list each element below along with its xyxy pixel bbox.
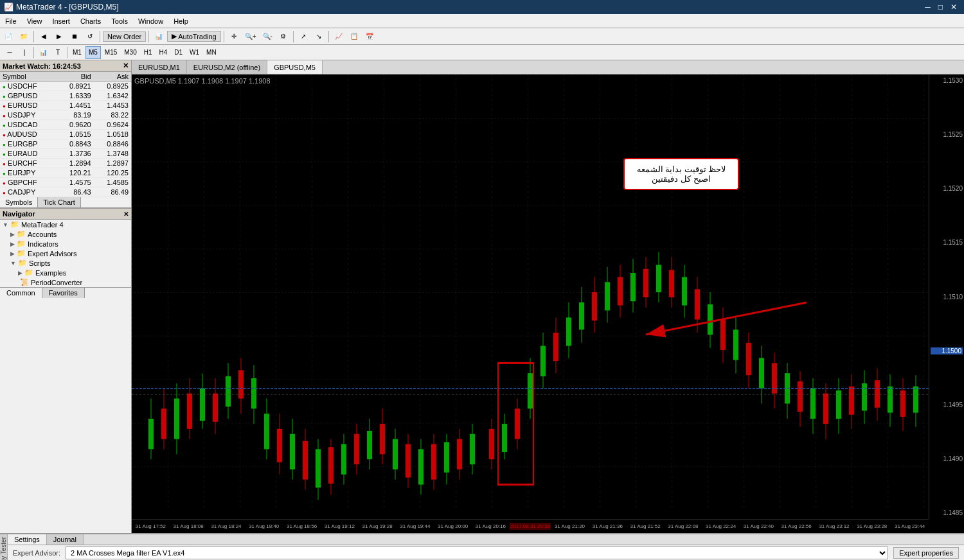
market-watch-table: Symbol Bid Ask ● USDCHF0.89210.8925● GBP… <box>0 72 131 197</box>
market-watch-row[interactable]: ● GBPCHF1.45751.4585 <box>0 178 131 188</box>
svg-rect-37 <box>367 431 372 459</box>
period-H4[interactable]: H4 <box>156 46 171 59</box>
chart-tab-eurusd-m2[interactable]: EURUSD,M2 (offline) <box>187 60 267 74</box>
svg-rect-111 <box>849 387 854 415</box>
properties-button[interactable]: ⚙ <box>276 30 290 44</box>
market-watch-row[interactable]: ● EURJPY120.21120.25 <box>0 168 131 178</box>
svg-rect-115 <box>875 380 880 408</box>
menu-insert[interactable]: Insert <box>47 14 75 28</box>
svg-rect-93 <box>733 329 738 360</box>
market-watch-row[interactable]: ● CADJPY86.4386.49 <box>0 188 131 197</box>
svg-rect-103 <box>798 381 803 412</box>
new-chart-button[interactable]: 📄 <box>1 30 15 44</box>
period-M15[interactable]: M15 <box>102 46 120 59</box>
menu-view[interactable]: View <box>22 14 48 28</box>
period-bar-button2[interactable]: T <box>51 46 65 60</box>
market-watch-row[interactable]: ● EURUSD1.44511.4453 <box>0 101 131 110</box>
back-button[interactable]: ◀ <box>37 30 51 44</box>
menu-file[interactable]: File <box>0 14 22 28</box>
minimize-button[interactable]: ─ <box>922 1 934 13</box>
menu-window[interactable]: Window <box>133 14 168 28</box>
x-label-15: 31 Aug 22:08 <box>664 523 702 529</box>
mw-bid: 1.0515 <box>56 130 93 139</box>
x-label-17: 31 Aug 22:40 <box>740 523 778 529</box>
market-watch-row[interactable]: ● GBPUSD1.63391.6342 <box>0 91 131 101</box>
stop-button[interactable]: ⏹ <box>67 30 82 44</box>
open-button[interactable]: 📁 <box>17 30 31 44</box>
period-line-button[interactable]: ─ <box>3 46 17 60</box>
mw-ask: 0.9624 <box>94 120 131 130</box>
refresh-button[interactable]: ↺ <box>83 30 97 44</box>
nav-tree-item[interactable]: ▼ 📁 MetaTrader 4 <box>0 220 131 229</box>
mw-symbol: ● GBPUSD <box>0 91 56 101</box>
period-icon-button[interactable]: 📊 <box>36 46 50 60</box>
period-M1[interactable]: M1 <box>69 46 85 59</box>
period-sep-button[interactable]: 📅 <box>362 30 377 44</box>
market-watch-row[interactable]: ● EURCHF1.28941.2897 <box>0 159 131 168</box>
chart-tab-gbpusd-m5[interactable]: GBPUSD,M5 <box>267 60 323 74</box>
autotrading-button[interactable]: ▶AutoTrading <box>167 31 221 42</box>
chart-wizard-button[interactable]: 📊 <box>152 30 166 44</box>
period-MN[interactable]: MN <box>203 46 220 59</box>
nav-tree-item[interactable]: ▶ 📁 Indicators <box>0 239 131 249</box>
period-D1[interactable]: D1 <box>171 46 186 59</box>
market-watch-row[interactable]: ● AUDUSD1.05151.0518 <box>0 130 131 139</box>
nav-tree-item[interactable]: ▶ 📁 Examples <box>0 268 131 277</box>
x-label-1: 31 Aug 17:52 <box>132 523 170 529</box>
market-watch-row[interactable]: ● USDCAD0.96200.9624 <box>0 120 131 130</box>
indicator-button[interactable]: 📈 <box>332 30 346 44</box>
tester-tab-settings[interactable]: Settings <box>8 534 47 545</box>
nav-tree-item[interactable]: 📜 PeriodConverter <box>0 277 131 287</box>
svg-rect-85 <box>682 277 687 305</box>
menu-charts[interactable]: Charts <box>75 14 106 28</box>
chart-tab-eurusd-m1[interactable]: EURUSD,M1 <box>132 60 187 74</box>
nav-tree-label: MetaTrader 4 <box>21 221 64 229</box>
annotation-line1: لاحظ توقيت بداية الشمعه <box>632 164 730 174</box>
svg-rect-9 <box>187 394 192 429</box>
forward-button[interactable]: ▶ <box>52 30 66 44</box>
expert-properties-button[interactable]: Expert properties <box>893 547 959 559</box>
menu-tools[interactable]: Tools <box>106 14 133 28</box>
close-button[interactable]: ✕ <box>947 1 960 13</box>
period-W1[interactable]: W1 <box>186 46 202 59</box>
chart-main[interactable]: GBPUSD,M5 1.1907 1.1908 1.1907 1.1908 <box>132 74 964 533</box>
period-M5[interactable]: M5 <box>85 46 101 59</box>
tester-ea-select[interactable]: 2 MA Crosses Mega filter EA V1.ex4 <box>66 547 888 559</box>
zoom-out-button[interactable]: 🔍- <box>260 30 275 44</box>
market-watch-row[interactable]: ● EURAUD1.37361.3748 <box>0 149 131 159</box>
tab-symbols[interactable]: Symbols <box>0 197 38 207</box>
nav-tree-label: Indicators <box>28 240 58 248</box>
nav-tab-favorites[interactable]: Favorites <box>42 288 85 298</box>
svg-rect-113 <box>862 383 867 411</box>
tr-button[interactable]: ↘ <box>312 30 326 44</box>
period-H1[interactable]: H1 <box>141 46 156 59</box>
tester-ea-label: Expert Advisor: <box>13 549 60 557</box>
crosshair-button[interactable]: ✛ <box>227 30 241 44</box>
new-order-button[interactable]: New Order <box>103 31 146 42</box>
mw-symbol: ● USDJPY <box>0 110 56 120</box>
navigator-close[interactable]: ✕ <box>123 211 129 218</box>
maximize-button[interactable]: □ <box>935 1 946 13</box>
nav-tree-item[interactable]: ▶ 📁 Accounts <box>0 229 131 239</box>
template-button[interactable]: 📋 <box>347 30 361 44</box>
svg-rect-3 <box>148 419 154 449</box>
y-label-3: 1.1520 <box>931 185 963 192</box>
tab-tick-chart[interactable]: Tick Chart <box>38 197 81 207</box>
mw-bid: 86.43 <box>56 188 93 197</box>
col-symbol: Symbol <box>0 72 56 82</box>
menu-help[interactable]: Help <box>168 14 193 28</box>
tl-button[interactable]: ↗ <box>296 30 310 44</box>
period-M30[interactable]: M30 <box>121 46 139 59</box>
market-watch-row[interactable]: ● USDJPY83.1983.22 <box>0 110 131 120</box>
market-watch-close[interactable]: ✕ <box>123 62 129 70</box>
period-arrow-button[interactable]: | <box>17 46 31 60</box>
market-watch-row[interactable]: ● USDCHF0.89210.8925 <box>0 82 131 91</box>
nav-tree-item[interactable]: ▼ 📁 Scripts <box>0 258 131 268</box>
x-label-20: 31 Aug 23:28 <box>853 523 891 529</box>
nav-tree-item[interactable]: ▶ 📁 Expert Advisors <box>0 249 131 258</box>
nav-tab-common[interactable]: Common <box>0 288 42 298</box>
market-watch-row[interactable]: ● EURGBP0.88430.8846 <box>0 139 131 149</box>
nav-tree-label: Examples <box>35 269 66 277</box>
zoom-in-button[interactable]: 🔍+ <box>242 30 259 44</box>
tester-tab-journal[interactable]: Journal <box>47 534 84 545</box>
